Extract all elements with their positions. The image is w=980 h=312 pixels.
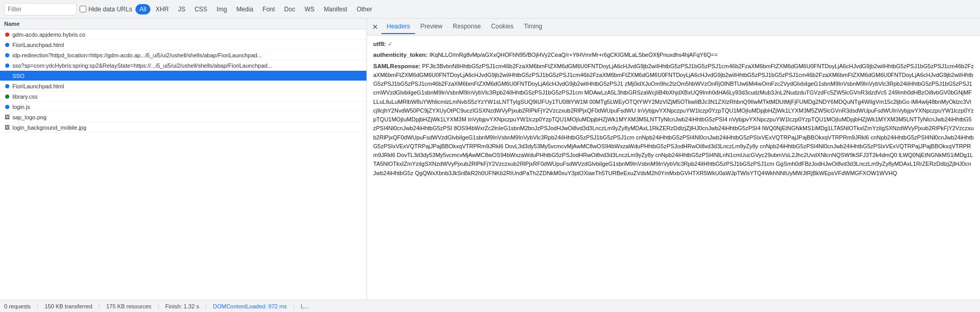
item-name: SSO [12, 73, 364, 79]
tab-preview[interactable]: Preview [415, 20, 448, 34]
form-entry: authenticity_token: IKqNLLO/mRg8vMp/aGXx… [373, 51, 974, 59]
filter-btn-font[interactable]: Font [258, 4, 279, 14]
favicon-icon [4, 104, 10, 110]
detail-tabs: ✕ HeadersPreviewResponseCookiesTiming [367, 19, 980, 36]
favicon-icon [4, 93, 10, 100]
favicon-icon [4, 83, 10, 89]
form-value: ✓ [388, 41, 392, 47]
tab-timing[interactable]: Timing [518, 20, 547, 34]
item-name: sap_logo.png [12, 114, 364, 120]
list-header: Name [0, 19, 366, 29]
tab-cookies[interactable]: Cookies [486, 20, 518, 34]
main-area: Name gdm-acdo.apjdemo.hybris.coFioriLaun… [0, 19, 980, 300]
finish-time: Finish: 1.32 s [165, 303, 199, 309]
item-name: idp-redirection?httpd_location=https://g… [12, 52, 364, 58]
detail-content: utf8: ✓authenticity_token: IKqNLLO/mRg8v… [367, 36, 980, 300]
network-list[interactable]: gdm-acdo.apjdemo.hybris.coFioriLaunchpad… [0, 29, 366, 300]
filter-btn-other[interactable]: Other [353, 4, 376, 14]
list-item[interactable]: login.js [0, 102, 366, 112]
form-key: utf8: [373, 41, 388, 47]
favicon-icon [4, 114, 10, 120]
filter-btn-all[interactable]: All [135, 4, 150, 14]
favicon-icon [4, 63, 10, 69]
load-time[interactable]: L... [301, 303, 309, 309]
filter-buttons: AllXHRJSCSSImgMediaFontDocWSManifestOthe… [135, 4, 376, 14]
form-entry: SAMLResponse: PFJlc3BvbnNlIHhtbG5zPSJ1cm… [373, 62, 974, 178]
list-item[interactable]: FioriLaunchpad.html [0, 81, 366, 91]
form-value: PFJlc3BvbnNlIHhtbG5zPSJ1cm46b2FzaXM6bmFt… [373, 63, 974, 176]
item-name: login_background_mobile.jpg [12, 124, 364, 131]
item-name: gdm-acdo.apjdemo.hybris.co [12, 32, 364, 38]
close-button[interactable]: ✕ [369, 21, 381, 33]
filter-btn-css[interactable]: CSS [190, 4, 211, 14]
item-name: login.js [12, 104, 364, 110]
favicon-icon [4, 32, 10, 38]
separator-2: | [99, 303, 100, 309]
form-entry: utf8: ✓ [373, 40, 974, 49]
left-panel: Name gdm-acdo.apjdemo.hybris.coFioriLaun… [0, 19, 367, 300]
hide-data-urls-text: Hide data URLs [88, 6, 132, 13]
tab-headers[interactable]: Headers [381, 20, 415, 34]
dom-content-loaded[interactable]: DOMContentLoaded: 972 ms [213, 303, 287, 309]
filter-btn-xhr[interactable]: XHR [151, 4, 173, 14]
separator-4: | [205, 303, 207, 309]
list-item[interactable]: idp-redirection?httpd_location=https://g… [0, 50, 366, 60]
filter-btn-js[interactable]: JS [174, 4, 189, 14]
hide-data-urls-checkbox[interactable] [80, 6, 86, 12]
filter-btn-ws[interactable]: WS [300, 4, 318, 14]
item-name: sso?sp=com:ydcHybris:spring:sp2&RelaySta… [12, 63, 364, 69]
list-item[interactable]: login_background_mobile.jpg [0, 122, 366, 133]
filter-btn-manifest[interactable]: Manifest [320, 4, 351, 14]
right-panel: ✕ HeadersPreviewResponseCookiesTiming ut… [367, 19, 980, 300]
list-item[interactable]: sap_logo.png [0, 112, 366, 122]
transferred-size: 150 KB transferred [44, 303, 92, 309]
list-item[interactable]: library.css [0, 91, 366, 102]
requests-count: 0 requests [4, 303, 30, 309]
form-key: SAMLResponse: [373, 63, 422, 69]
hide-data-urls-label[interactable]: Hide data URLs [80, 6, 132, 13]
list-item[interactable]: FioriLaunchpad.html [0, 40, 366, 50]
filter-btn-img[interactable]: Img [212, 4, 231, 14]
tab-buttons-container: HeadersPreviewResponseCookiesTiming [381, 20, 547, 34]
filter-btn-media[interactable]: Media [232, 4, 257, 14]
tab-response[interactable]: Response [448, 20, 486, 34]
item-name: FioriLaunchpad.html [12, 83, 364, 89]
favicon-icon [4, 52, 10, 58]
separator-3: | [158, 303, 159, 309]
name-column-header: Name [4, 21, 20, 27]
status-bar: 0 requests | 150 KB transferred | 175 KB… [0, 300, 980, 312]
item-name: FioriLaunchpad.html [12, 42, 364, 48]
favicon-icon [4, 73, 10, 79]
form-value: IKqNLLO/mRg8vMp/aGXxQHOFhN95/BOjHVy2CeaQ… [430, 52, 718, 58]
favicon-icon [4, 42, 10, 48]
filter-input[interactable] [4, 3, 76, 15]
form-key: authenticity_token: [373, 52, 430, 58]
separator-5: | [293, 303, 295, 309]
filter-btn-doc[interactable]: Doc [280, 4, 299, 14]
separator-1: | [37, 303, 38, 309]
list-item[interactable]: sso?sp=com:ydcHybris:spring:sp2&RelaySta… [0, 60, 366, 71]
item-name: library.css [12, 93, 364, 100]
list-item[interactable]: SSO [0, 71, 366, 81]
list-item[interactable]: gdm-acdo.apjdemo.hybris.co [0, 29, 366, 40]
resources-size: 175 KB resources [106, 303, 151, 309]
toolbar: Hide data URLs AllXHRJSCSSImgMediaFontDo… [0, 0, 980, 19]
favicon-icon [4, 124, 10, 131]
